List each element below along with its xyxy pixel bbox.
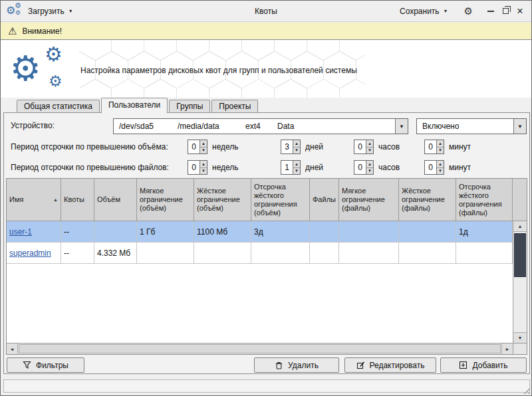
state-combobox[interactable]: Включено ▼ [416,118,527,134]
users-tab-panel: Устройство: /dev/sda5 /media/data ext4 D… [3,112,530,374]
weeks-input[interactable] [188,161,200,174]
table-cell [399,221,456,243]
grace-volume-minutes-spinner: ▲ ▼ [424,140,444,154]
tab-projects[interactable]: Проекты [211,100,258,112]
grace-files-hours-spinner: ▲ ▼ [354,160,374,175]
filters-label: Фильтры [36,361,68,370]
tab-groups[interactable]: Группы [169,100,210,112]
filters-button[interactable]: Фильтры [7,357,84,373]
minutes-input[interactable] [425,161,436,174]
spin-up-button[interactable]: ▲ [293,140,300,148]
weeks-unit: недель [212,142,239,151]
minimize-button[interactable] [483,4,498,19]
spin-down-button[interactable]: ▼ [293,168,300,175]
column-header-volume[interactable]: Объём [94,179,137,221]
column-header-quotas[interactable]: Квоты [61,179,94,221]
column-header-hard-files[interactable]: Жёсткое ограничение (файлы) [399,179,456,221]
days-input[interactable] [281,140,293,153]
column-header-name[interactable]: Имя ▲ [7,179,61,221]
spin-down-button[interactable]: ▼ [437,148,444,154]
titlebar-right: Сохранить ▼ ⚙ × [396,4,531,19]
spin-down-button[interactable]: ▼ [200,148,207,154]
edit-button[interactable]: Редактировать [344,357,436,373]
column-header-grace-files[interactable]: Отсрочка жёсткого ограничения (файлы) [456,179,513,221]
user-link[interactable]: superadmin [9,248,51,258]
delete-button[interactable]: Удалить [254,357,339,373]
spin-down-button[interactable]: ▼ [366,168,373,175]
hours-unit: часов [378,163,400,172]
trash-icon [275,361,283,369]
load-label: Загрузить [28,7,65,16]
maximize-button[interactable] [498,4,513,19]
maximize-icon [503,8,509,14]
settings-gear-icon[interactable]: ⚙ [462,5,475,17]
spin-down-button[interactable]: ▼ [200,168,207,175]
column-header-hard-volume[interactable]: Жёсткое ограничение (объём) [194,179,251,221]
minimize-icon [487,11,494,12]
tab-general-statistics[interactable]: Общая статистика [17,100,100,112]
quotas-window: ⚙ ⚙ ⚙ Загрузить ▼ Квоты Сохранить ▼ ⚙ [0,0,532,396]
grace-volume-weeks-spinner: ▲ ▼ [188,140,207,154]
device-combobox[interactable]: /dev/sda5 /media/data ext4 Data ▼ [113,118,408,134]
scrollbar-corner [513,343,527,354]
spin-up-button[interactable]: ▲ [200,161,207,168]
weeks-input[interactable] [188,140,200,153]
spinner-buttons: ▲ ▼ [436,140,444,153]
warning-icon: ⚠ [8,26,17,36]
table-cell: 4.332 Мб [94,243,137,264]
spin-down-button[interactable]: ▼ [366,148,373,154]
spinner-buttons: ▲ ▼ [200,140,207,153]
column-header-files[interactable]: Файлы [310,179,339,221]
edit-pencil-icon [356,361,365,369]
scroll-down-icon[interactable]: ▼ [513,332,527,343]
spin-down-button[interactable]: ▼ [437,168,444,175]
days-unit: дней [305,163,323,172]
warning-text: Внимание! [22,27,62,36]
horizontal-scrollbar-thumb[interactable] [19,344,501,353]
horizontal-scrollbar[interactable]: ◄ ► [7,343,513,354]
spin-up-button[interactable]: ▲ [293,161,300,168]
column-header-soft-volume[interactable]: Мягкое ограничение (объём) [137,179,194,221]
dropdown-button[interactable]: ▼ [395,119,408,134]
load-menu-button[interactable]: Загрузить ▼ [24,4,77,19]
user-link[interactable]: user-1 [9,227,32,237]
status-bar [3,379,530,393]
table-cell: 3д [251,221,310,243]
vertical-scrollbar-thumb[interactable] [514,233,526,277]
save-menu-button[interactable]: Сохранить ▼ [396,4,452,19]
save-label: Сохранить [400,7,440,16]
days-input[interactable] [281,161,293,174]
spinner-buttons: ▲ ▼ [366,161,373,174]
minutes-input[interactable] [425,140,436,153]
column-header-grace-volume[interactable]: Отсрочка жёсткого ограничения (объём) [251,179,310,221]
device-value: /dev/sda5 /media/data ext4 Data [114,119,395,134]
vertical-scrollbar[interactable]: ▲ ▼ [513,221,527,343]
scroll-right-icon[interactable]: ► [501,344,513,354]
scroll-up-icon[interactable]: ▲ [513,221,527,232]
spin-up-button[interactable]: ▲ [437,140,444,148]
spinner-buttons: ▲ ▼ [293,161,300,174]
spin-up-button[interactable]: ▲ [437,161,444,168]
dropdown-button[interactable]: ▼ [513,119,526,134]
scroll-left-icon[interactable]: ◄ [7,344,18,354]
grace-volume-row: Период отсрочки по превышению объёма: ▲ … [4,140,529,154]
close-button[interactable]: × [513,4,527,19]
quota-table: Имя ▲ Квоты Объём Мягкое ограничение (об… [6,178,527,355]
grace-volume-days-spinner: ▲ ▼ [281,140,301,154]
spin-down-button[interactable]: ▼ [293,148,300,154]
add-button[interactable]: Добавить [440,357,527,373]
table-header: Имя ▲ Квоты Объём Мягкое ограничение (об… [7,179,527,221]
sort-asc-icon: ▲ [51,195,58,204]
hours-input[interactable] [354,161,366,174]
spin-up-button[interactable]: ▲ [366,161,373,168]
add-plus-icon [459,361,467,369]
tab-users[interactable]: Пользователи [101,98,168,113]
spin-up-button[interactable]: ▲ [200,140,207,148]
table-row-superadmin[interactable]: superadmin -- 4.332 Мб [7,243,513,264]
hours-input[interactable] [354,140,366,153]
column-header-soft-files[interactable]: Мягкое ограничение (файлы) [339,179,399,221]
titlebar: ⚙ ⚙ ⚙ Загрузить ▼ Квоты Сохранить ▼ ⚙ [1,1,531,22]
table-row-user-1[interactable]: user-1 -- 1 Гб 1100 Мб 3д 1д [7,221,513,243]
hero-header: ⚙ ⚙ ⚙ Настройка параметров дисковых квот… [1,41,531,98]
spin-up-button[interactable]: ▲ [366,140,373,148]
